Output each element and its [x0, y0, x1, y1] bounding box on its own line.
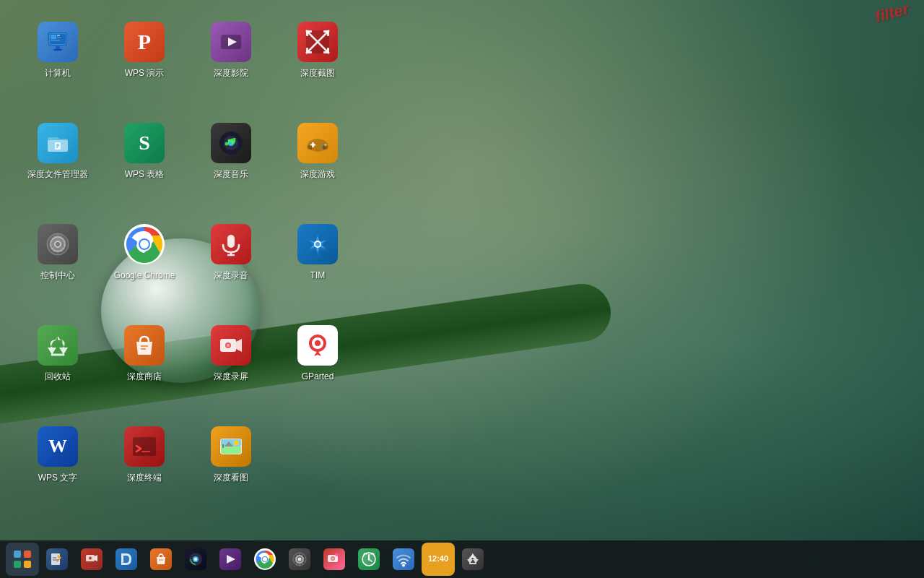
desktop-icon-deepin-screen-recorder[interactable]: 深度录屏	[195, 318, 267, 412]
taskbar-launcher-button[interactable]	[6, 543, 39, 576]
desktop-icon-deepin-screenshot[interactable]: 深度截图	[282, 14, 354, 108]
computer-icon-img	[38, 22, 78, 62]
taskbar-clock-time: 12:40	[428, 554, 448, 564]
music-svg	[217, 129, 245, 157]
deepin-image-label: 深度看图	[214, 473, 248, 484]
svg-rect-75	[14, 551, 21, 558]
taskbar-screen-recorder-svg	[84, 552, 99, 566]
tim-label: TIM	[310, 270, 326, 282]
taskbar-video-svg	[223, 552, 237, 566]
wps-writer-label: WPS 文字	[38, 473, 78, 484]
svg-marker-83	[95, 555, 97, 561]
desktop-icon-trash[interactable]: 回收站	[22, 318, 94, 412]
taskbar-clock-widget[interactable]: 12:40	[422, 543, 455, 576]
deepin-image-icon-img	[211, 426, 251, 467]
svg-rect-20	[306, 48, 308, 53]
taskbar-music-icon	[185, 548, 206, 570]
svg-rect-76	[24, 551, 31, 558]
taskbar-deepin-clock-button[interactable]	[352, 543, 385, 576]
svg-rect-18	[327, 30, 329, 36]
gparted-icon-img	[297, 325, 338, 366]
taskbar-trash-button[interactable]	[456, 543, 489, 576]
taskbar-deepin-clock-svg	[361, 551, 377, 567]
svg-rect-77	[14, 561, 21, 568]
desktop-icon-deepin-filemanager[interactable]: 深度文件管理器	[22, 116, 94, 210]
desktop-icon-deepin-music[interactable]: 深度音乐	[195, 116, 267, 210]
svg-point-65	[315, 340, 321, 346]
svg-point-88	[194, 558, 197, 561]
deepin-screenshot-icon-img	[297, 22, 338, 62]
deepin-terminal-icon-img	[124, 426, 165, 467]
svg-rect-49	[227, 235, 235, 248]
desktop-icon-grid: 计算机 P WPS 演示 深度影院	[22, 14, 902, 520]
taskbar-trash-svg	[465, 551, 481, 567]
gparted-label: GParted	[302, 371, 334, 383]
svg-rect-71	[221, 447, 241, 454]
deepin-music-icon-img	[211, 123, 251, 163]
terminal-svg	[131, 433, 158, 460]
taskbar-screen-recorder-button[interactable]	[75, 543, 108, 576]
desktop-icon-deepin-games[interactable]: 深度游戏	[282, 116, 354, 210]
deepin-screen-recorder-icon-img	[211, 325, 251, 366]
taskbar-settings-button[interactable]	[283, 543, 316, 576]
desktop-icon-gparted[interactable]: GParted	[282, 318, 354, 412]
store-svg	[131, 332, 158, 359]
svg-rect-9	[53, 49, 62, 51]
taskbar-wifi-icon	[393, 548, 414, 570]
wps-spreadsheet-label: WPS 表格	[125, 169, 165, 181]
taskbar-wifi-button[interactable]	[387, 543, 420, 576]
desktop-icon-wps-spreadsheet[interactable]: S WPS 表格	[108, 116, 180, 210]
deepin-store-icon-img	[124, 325, 165, 366]
taskbar-recorder-button[interactable]	[318, 543, 351, 576]
deepin-recorder-icon-img	[211, 224, 251, 264]
launcher-icon	[12, 548, 33, 570]
desktop-icon-deepin-image[interactable]: 深度看图	[195, 419, 267, 513]
desktop-icon-chrome[interactable]: Google Chrome	[108, 217, 180, 311]
taskbar-video-button[interactable]	[214, 543, 247, 576]
desktop-icon-computer[interactable]: 计算机	[22, 14, 94, 108]
screenshot-svg	[304, 28, 331, 56]
desktop-icon-deepin-movie[interactable]: 深度影院	[195, 14, 267, 108]
deepin-terminal-label: 深度终端	[127, 473, 162, 484]
svg-point-44	[56, 242, 60, 246]
wps-spreadsheet-icon-img: S	[124, 123, 165, 163]
taskbar-chrome-button[interactable]	[248, 543, 282, 576]
control-center-svg	[44, 230, 71, 258]
deepin-filemanager-icon-img	[38, 123, 78, 163]
deepin-music-label: 深度音乐	[214, 169, 248, 181]
notes-icon	[46, 548, 68, 570]
taskbar-music-button[interactable]	[179, 543, 212, 576]
trash-icon-img	[38, 325, 78, 366]
screen-recorder-svg	[217, 332, 245, 359]
taskbar-deepin-tool-button[interactable]	[110, 543, 143, 576]
taskbar-settings-icon	[289, 548, 310, 570]
desktop-icon-deepin-store[interactable]: 深度商店	[108, 318, 180, 412]
desktop: 计算机 P WPS 演示 深度影院	[0, 0, 924, 535]
taskbar-store-svg	[154, 552, 168, 566]
deepin-store-label: 深度商店	[127, 371, 162, 383]
svg-point-84	[89, 557, 92, 560]
taskbar-store-button[interactable]	[144, 543, 178, 576]
svg-rect-6	[57, 37, 61, 38]
desktop-icon-deepin-recorder[interactable]: 深度录音	[195, 217, 267, 311]
desktop-icon-wps-presentation[interactable]: P WPS 演示	[108, 14, 180, 108]
taskbar-trash-icon	[462, 548, 484, 570]
desktop-icon-tim[interactable]: TIM	[282, 217, 354, 311]
svg-point-55	[315, 242, 320, 246]
desktop-icon-deepin-terminal[interactable]: 深度终端	[108, 419, 180, 513]
taskbar-chrome-svg	[256, 550, 274, 569]
svg-point-62	[227, 344, 230, 347]
svg-rect-22	[327, 48, 329, 53]
desktop-icon-control-center[interactable]: 控制中心	[22, 217, 94, 311]
svg-rect-5	[57, 35, 60, 36]
filemanager-svg	[45, 130, 71, 156]
svg-point-99	[332, 558, 334, 560]
deepin-filemanager-label: 深度文件管理器	[27, 169, 88, 181]
taskbar-recorder-icon	[323, 548, 345, 570]
desktop-icon-wps-writer[interactable]: W WPS 文字	[22, 419, 94, 513]
games-svg	[304, 129, 331, 157]
taskbar-notes-button[interactable]	[40, 543, 74, 576]
svg-point-96	[298, 558, 302, 561]
taskbar-deepin-tool-icon	[116, 548, 137, 570]
tim-icon-img	[297, 224, 338, 264]
